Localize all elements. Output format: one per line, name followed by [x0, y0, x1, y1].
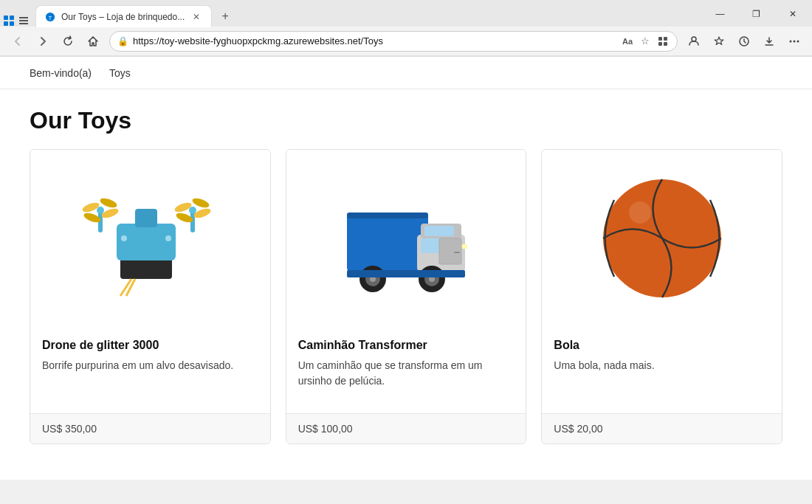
card-drone-image — [30, 150, 270, 327]
svg-rect-51 — [439, 238, 461, 264]
svg-point-35 — [121, 235, 127, 241]
page-content: Our Toys — [0, 89, 812, 480]
svg-point-16 — [794, 40, 796, 42]
address-bar-icons: Aa ☆ — [621, 35, 670, 48]
svg-rect-9 — [658, 37, 662, 41]
new-tab-button[interactable]: + — [215, 6, 235, 27]
download-icon[interactable] — [757, 30, 781, 53]
card-truck-price: US$ 100,00 — [286, 413, 526, 443]
svg-rect-38 — [347, 213, 428, 218]
close-button[interactable]: ✕ — [776, 1, 809, 27]
refresh-button[interactable] — [56, 30, 80, 53]
card-drone-price: US$ 350,00 — [30, 413, 270, 443]
svg-rect-6 — [19, 23, 28, 24]
svg-rect-41 — [424, 226, 454, 236]
more-options-button[interactable] — [782, 30, 806, 53]
page-title: Our Toys — [30, 107, 782, 134]
svg-rect-19 — [117, 224, 176, 260]
svg-point-28 — [189, 207, 196, 214]
svg-point-15 — [790, 40, 792, 42]
card-drone-body: Drone de glitter 3000 Borrife purpurina … — [30, 327, 270, 413]
window-controls: — ❐ ✕ — [703, 1, 809, 27]
back-button[interactable] — [6, 30, 30, 53]
card-truck-image — [286, 150, 526, 327]
tab-favicon: T — [45, 12, 55, 22]
svg-rect-11 — [658, 42, 662, 46]
url-path: Toys — [363, 35, 383, 46]
maximize-button[interactable]: ❐ — [740, 1, 773, 27]
browser-chrome: T Our Toys – Loja de brinquedo... ✕ + — … — [0, 0, 812, 57]
url-base: https://toy-website-fyghuopxpckmg.azurew… — [133, 35, 363, 46]
card-ball-price: US$ 20,00 — [542, 413, 782, 443]
svg-rect-49 — [347, 270, 465, 277]
card-ball-desc: Uma bola, nada mais. — [554, 358, 770, 373]
svg-point-23 — [97, 207, 104, 214]
toolbar-right-icons — [682, 30, 806, 53]
minimize-button[interactable]: — — [703, 1, 737, 27]
svg-rect-50 — [461, 244, 467, 249]
card-ball: Bola Uma bola, nada mais. US$ 20,00 — [541, 149, 782, 444]
active-tab[interactable]: T Our Toys – Loja de brinquedo... ✕ — [35, 5, 212, 27]
nav-link-welcome[interactable]: Bem-vindo(a) — [30, 67, 92, 79]
url-display: https://toy-website-fyghuopxpckmg.azurew… — [133, 35, 616, 46]
history-icon[interactable] — [732, 30, 756, 53]
svg-rect-2 — [4, 21, 8, 26]
tabs-row: T Our Toys – Loja de brinquedo... ✕ + — … — [0, 0, 812, 27]
reader-mode-icon[interactable]: Aa — [621, 35, 634, 48]
svg-point-54 — [629, 201, 651, 224]
svg-rect-5 — [19, 20, 28, 21]
nav-link-toys[interactable]: Toys — [109, 67, 131, 79]
svg-rect-20 — [135, 209, 157, 227]
svg-point-13 — [692, 37, 696, 41]
svg-rect-37 — [347, 213, 428, 272]
svg-point-17 — [797, 40, 799, 42]
card-ball-name: Bola — [554, 339, 770, 352]
card-drone: Drone de glitter 3000 Borrife purpurina … — [30, 149, 271, 444]
favorites-icon[interactable] — [707, 30, 731, 53]
card-truck: Caminhão Transformer Um caminhão que se … — [286, 149, 527, 444]
browser-menu-icon[interactable] — [18, 15, 30, 27]
card-truck-name: Caminhão Transformer — [298, 339, 515, 352]
address-bar[interactable]: 🔒 https://toy-website-fyghuopxpckmg.azur… — [109, 31, 678, 52]
svg-point-36 — [165, 235, 171, 241]
card-drone-name: Drone de glitter 3000 — [42, 339, 258, 352]
svg-rect-12 — [664, 42, 667, 46]
svg-rect-42 — [421, 238, 441, 253]
svg-rect-4 — [19, 17, 28, 18]
card-truck-desc: Um caminhão que se transforma em um ursi… — [298, 358, 515, 389]
svg-rect-10 — [664, 37, 667, 41]
collections-icon[interactable] — [656, 35, 670, 48]
svg-rect-1 — [10, 15, 14, 20]
card-drone-desc: Borrife purpurina em um alvo desavisado. — [42, 358, 258, 373]
svg-rect-0 — [4, 15, 8, 20]
card-ball-body: Bola Uma bola, nada mais. — [542, 327, 782, 413]
card-ball-image — [542, 150, 782, 327]
svg-text:T: T — [49, 14, 52, 21]
tab-label: Our Toys – Loja de brinquedo... — [61, 12, 185, 22]
cards-grid: Drone de glitter 3000 Borrife purpurina … — [30, 149, 782, 444]
security-lock-icon: 🔒 — [117, 36, 128, 46]
browser-toolbar: 🔒 https://toy-website-fyghuopxpckmg.azur… — [0, 27, 812, 56]
home-button[interactable] — [81, 30, 105, 53]
favorites-star-icon[interactable]: ☆ — [639, 35, 652, 48]
svg-rect-52 — [454, 252, 460, 253]
svg-rect-3 — [10, 21, 14, 26]
profile-icon[interactable] — [682, 30, 706, 53]
browser-app-icon — [3, 15, 15, 27]
forward-button[interactable] — [31, 30, 55, 53]
website-nav: Bem-vindo(a) Toys — [0, 57, 812, 89]
card-truck-body: Caminhão Transformer Um caminhão que se … — [286, 327, 526, 413]
tab-close-button[interactable]: ✕ — [190, 11, 202, 23]
